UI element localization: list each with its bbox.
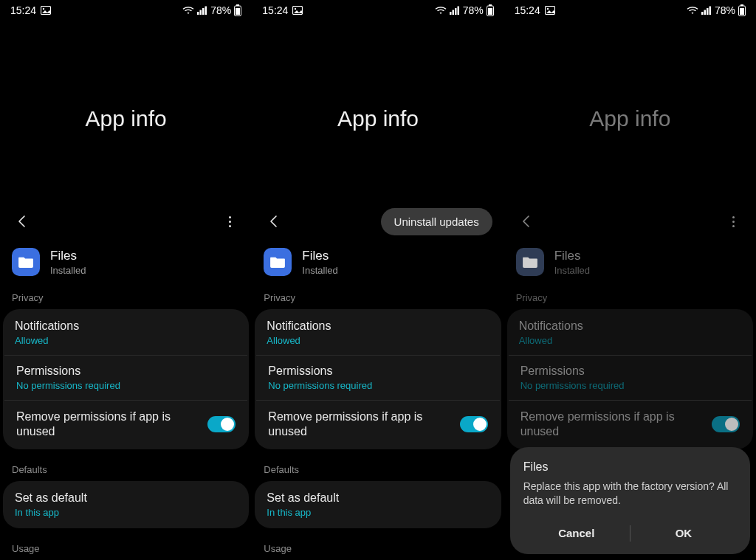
section-privacy: Privacy: [252, 288, 504, 309]
status-time: 15:24: [10, 4, 36, 16]
item-label: Remove permissions if app is unused: [268, 409, 438, 439]
section-usage: Usage: [0, 539, 252, 560]
page-title: App info: [504, 106, 756, 131]
item-notifications[interactable]: Notifications Allowed: [255, 311, 501, 355]
more-button[interactable]: [219, 211, 240, 232]
item-label: Permissions: [520, 364, 740, 378]
more-vertical-icon: [229, 216, 231, 227]
back-button[interactable]: [264, 211, 284, 232]
screen-2: 15:24 78%: [252, 0, 504, 560]
confirm-dialog: Files Replace this app with the factory …: [510, 447, 750, 554]
svg-rect-2: [197, 12, 199, 15]
svg-rect-3: [200, 10, 202, 15]
item-label: Remove permissions if app is unused: [520, 409, 690, 439]
app-status: Installed: [554, 265, 590, 276]
svg-rect-14: [457, 7, 459, 15]
screen-3: 15:24 78%: [504, 0, 756, 560]
privacy-card: Notifications Allowed Permissions No per…: [507, 309, 753, 449]
svg-rect-12: [452, 10, 454, 15]
item-value: No permissions required: [520, 380, 740, 391]
status-bar: 15:24 78%: [504, 0, 756, 19]
signal-icon: [197, 6, 207, 15]
app-icon: [516, 248, 544, 276]
item-label: Permissions: [268, 364, 487, 378]
item-label: Notifications: [267, 319, 489, 333]
item-value: Allowed: [267, 335, 489, 346]
signal-icon: [450, 6, 460, 15]
image-icon: [545, 6, 555, 15]
item-remove-permissions: Remove permissions if app is unused: [509, 400, 752, 448]
section-privacy: Privacy: [504, 288, 756, 309]
app-name: Files: [554, 249, 590, 263]
battery-icon: [234, 4, 241, 16]
svg-rect-13: [455, 8, 457, 15]
app-icon: [264, 248, 292, 276]
item-notifications[interactable]: Notifications Allowed: [3, 311, 249, 355]
status-bar: 15:24 78%: [252, 0, 504, 19]
item-permissions[interactable]: Permissions No permissions required: [4, 355, 247, 400]
defaults-card: Set as default In this app: [255, 481, 501, 528]
svg-rect-20: [701, 12, 704, 15]
app-icon: [12, 248, 40, 276]
status-time: 15:24: [515, 4, 540, 16]
defaults-card: Set as default In this app: [3, 481, 249, 528]
svg-point-1: [43, 8, 44, 10]
section-usage: Usage: [252, 539, 504, 560]
item-label: Notifications: [15, 319, 237, 333]
toggle-remove-permissions[interactable]: [207, 416, 236, 432]
item-value: No permissions required: [268, 380, 487, 391]
image-icon: [41, 6, 51, 15]
item-permissions: Permissions No permissions required: [509, 355, 752, 400]
back-button[interactable]: [12, 211, 32, 232]
item-set-default[interactable]: Set as default In this app: [3, 483, 249, 527]
svg-rect-26: [740, 8, 744, 15]
page-title: App info: [0, 106, 252, 131]
dialog-body: Replace this app with the factory versio…: [523, 480, 737, 508]
app-header: Files Installed: [252, 238, 504, 288]
action-row: [0, 205, 252, 238]
svg-point-10: [295, 8, 296, 10]
action-row: [504, 205, 756, 238]
dialog-actions: Cancel OK: [523, 518, 737, 548]
item-label: Set as default: [15, 491, 237, 505]
more-vertical-icon: [732, 216, 735, 227]
svg-point-19: [547, 8, 549, 10]
app-header: Files Installed: [504, 238, 756, 288]
app-name: Files: [302, 249, 337, 263]
privacy-card: Notifications Allowed Permissions No per…: [3, 309, 249, 449]
signal-icon: [701, 6, 712, 15]
item-permissions[interactable]: Permissions No permissions required: [256, 355, 499, 400]
screen-1: 15:24 78%: [0, 0, 252, 560]
back-button[interactable]: [516, 211, 537, 232]
item-notifications: Notifications Allowed: [507, 311, 753, 355]
item-set-default[interactable]: Set as default In this app: [255, 483, 501, 527]
page-title: App info: [252, 106, 504, 131]
svg-rect-21: [704, 10, 706, 15]
toggle-remove-permissions: [712, 416, 740, 432]
item-remove-permissions[interactable]: Remove permissions if app is unused: [256, 400, 499, 448]
svg-rect-17: [488, 8, 492, 15]
app-header: Files Installed: [0, 238, 252, 288]
app-status: Installed: [50, 265, 86, 276]
toggle-remove-permissions[interactable]: [460, 416, 488, 432]
svg-rect-23: [709, 7, 711, 15]
dialog-title: Files: [523, 460, 737, 474]
more-button[interactable]: [724, 211, 744, 232]
battery-icon: [738, 4, 746, 16]
status-battery-text: 78%: [463, 4, 484, 16]
action-row: Uninstall updates: [252, 205, 504, 238]
status-battery-text: 78%: [715, 4, 735, 16]
svg-rect-8: [236, 8, 240, 15]
svg-rect-11: [450, 12, 452, 15]
cancel-button[interactable]: Cancel: [523, 518, 630, 548]
menu-uninstall-updates[interactable]: Uninstall updates: [381, 208, 492, 235]
item-label: Permissions: [16, 364, 236, 378]
item-value: In this app: [15, 507, 237, 518]
wifi-icon: [182, 6, 194, 15]
ok-button[interactable]: OK: [630, 518, 737, 548]
section-defaults: Defaults: [252, 460, 504, 481]
svg-rect-4: [202, 8, 205, 15]
item-remove-permissions[interactable]: Remove permissions if app is unused: [4, 400, 247, 448]
section-privacy: Privacy: [0, 288, 252, 309]
battery-icon: [487, 4, 494, 16]
